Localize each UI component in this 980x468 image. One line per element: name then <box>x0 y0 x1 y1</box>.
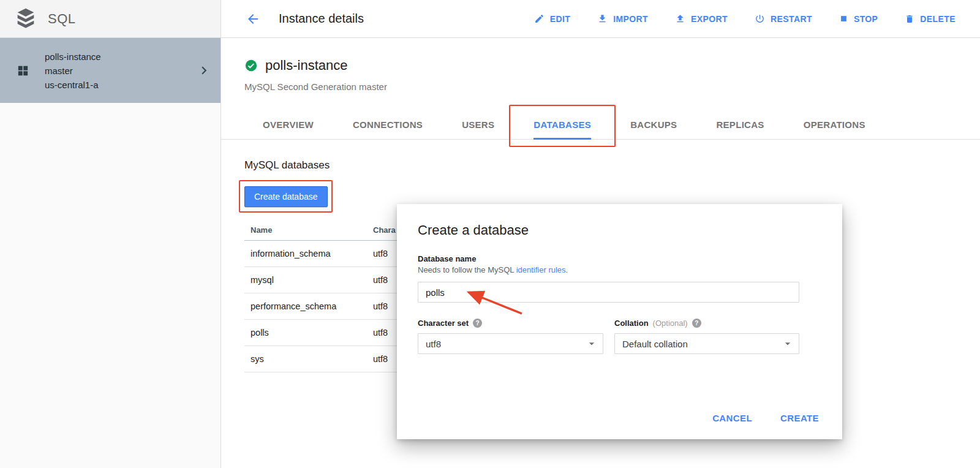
tab-bar: OVERVIEW CONNECTIONS USERS DATABASES BAC… <box>221 109 980 140</box>
tab-databases-label: DATABASES <box>533 119 591 130</box>
db-name-cell: sys <box>244 346 367 372</box>
back-arrow-icon <box>246 12 260 26</box>
check-circle-icon <box>244 59 258 72</box>
cancel-button[interactable]: CANCEL <box>712 413 752 423</box>
export-icon <box>675 13 685 24</box>
tab-replicas[interactable]: REPLICAS <box>716 109 764 139</box>
dropdown-arrow-icon <box>782 338 794 350</box>
tab-backups[interactable]: BACKUPS <box>630 109 677 139</box>
database-name-label: Database name <box>418 254 820 263</box>
character-set-value: utf8 <box>426 339 441 349</box>
stop-icon <box>839 14 848 23</box>
db-name-cell: information_schema <box>244 241 367 267</box>
dialog-actions: CANCEL CREATE <box>712 413 819 423</box>
collation-optional-label: (Optional) <box>653 319 688 328</box>
identifier-rules-link[interactable]: identifier rules <box>516 265 566 274</box>
pencil-icon <box>534 13 545 24</box>
header-actions: EDIT IMPORT EXPORT RESTART STOP <box>534 13 956 24</box>
sidebar-instance-item[interactable]: polls-instance master us-central1-a <box>0 38 221 103</box>
section-title: MySQL databases <box>244 159 980 172</box>
instance-header: polls-instance MySQL Second Generation m… <box>221 38 980 92</box>
collation-label: Collation (Optional) ? <box>614 319 799 328</box>
delete-icon <box>905 14 914 24</box>
import-label: IMPORT <box>613 14 648 24</box>
sidebar-instance-zone: us-central1-a <box>45 78 101 92</box>
tab-connections[interactable]: CONNECTIONS <box>353 109 423 139</box>
top-bar: SQL Instance details EDIT IMPORT EXPORT <box>0 0 980 38</box>
db-name-cell: polls <box>244 320 367 346</box>
tab-overview[interactable]: OVERVIEW <box>263 109 314 139</box>
restart-label: RESTART <box>771 14 812 24</box>
sidebar-instance-text: polls-instance master us-central1-a <box>45 50 101 92</box>
tab-users[interactable]: USERS <box>462 109 494 139</box>
sidebar: polls-instance master us-central1-a <box>0 38 221 468</box>
column-header-name: Name <box>244 219 367 241</box>
help-icon[interactable]: ? <box>473 319 482 328</box>
instance-name: polls-instance <box>265 58 348 74</box>
product-logo-area: SQL <box>0 0 221 38</box>
grid-icon <box>16 64 30 78</box>
database-name-help: Needs to follow the MySQL identifier rul… <box>418 265 820 274</box>
help-icon[interactable]: ? <box>692 319 701 328</box>
export-button[interactable]: EXPORT <box>675 13 728 24</box>
restart-button[interactable]: RESTART <box>755 13 812 24</box>
stop-button[interactable]: STOP <box>839 14 878 24</box>
restart-icon <box>755 13 765 24</box>
export-label: EXPORT <box>691 14 728 24</box>
sidebar-instance-type: master <box>45 64 101 78</box>
import-button[interactable]: IMPORT <box>597 13 648 24</box>
help-text-suffix: . <box>566 265 568 274</box>
collation-value: Default collation <box>622 339 688 349</box>
collation-select[interactable]: Default collation <box>614 333 799 354</box>
edit-button[interactable]: EDIT <box>534 13 571 24</box>
db-name-cell: mysql <box>244 267 367 293</box>
sidebar-instance-name: polls-instance <box>45 50 101 64</box>
stop-label: STOP <box>854 14 878 24</box>
edit-label: EDIT <box>550 14 571 24</box>
active-tab-underline <box>533 138 591 140</box>
delete-button[interactable]: DELETE <box>905 14 956 24</box>
create-database-dialog: Create a database Database name Needs to… <box>397 204 842 439</box>
chevron-right-icon <box>196 62 212 78</box>
tab-databases[interactable]: DATABASES <box>533 109 591 139</box>
delete-label: DELETE <box>920 14 956 24</box>
database-name-input[interactable] <box>418 282 799 303</box>
create-database-button[interactable]: Create database <box>244 186 328 207</box>
import-icon <box>597 13 608 24</box>
instance-subtitle: MySQL Second Generation master <box>244 81 980 92</box>
db-name-cell: performance_schema <box>244 293 367 320</box>
page-title: Instance details <box>279 12 364 26</box>
dialog-title: Create a database <box>418 222 820 238</box>
cloud-sql-logo-icon <box>16 7 36 31</box>
product-name: SQL <box>48 11 76 27</box>
app-root: SQL Instance details EDIT IMPORT EXPORT <box>0 0 980 468</box>
create-button[interactable]: CREATE <box>780 413 819 423</box>
header-main: Instance details EDIT IMPORT EXPORT REST… <box>221 0 980 38</box>
back-button[interactable] <box>246 12 260 26</box>
character-set-label: Character set ? <box>418 319 603 328</box>
tab-operations[interactable]: OPERATIONS <box>804 109 865 139</box>
dropdown-arrow-icon <box>586 338 598 350</box>
character-set-select[interactable]: utf8 <box>418 333 603 354</box>
help-text-prefix: Needs to follow the MySQL <box>418 265 516 274</box>
